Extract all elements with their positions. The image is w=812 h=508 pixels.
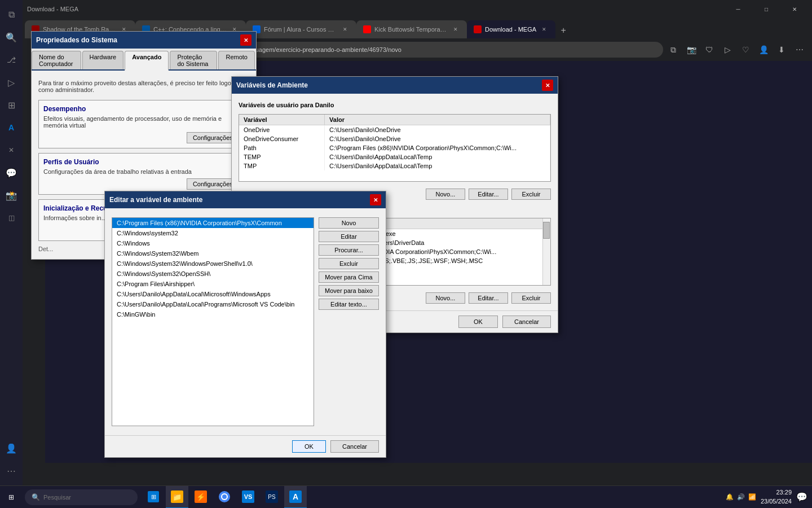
extensions-icon[interactable]: ⧉: [665, 42, 681, 58]
sidebar-icon-bottom1[interactable]: 👤: [1, 438, 21, 458]
tab-close-alura[interactable]: ✕: [341, 25, 350, 34]
user-var-row[interactable]: OneDriveC:\Users\Danilo\OneDrive: [239, 125, 550, 135]
path-list-item[interactable]: C:\MinGW\bin: [112, 309, 314, 319]
tab-close-mega[interactable]: ✕: [540, 25, 549, 34]
tab-youtube[interactable]: Kick Buttowski Temporada... ✕: [356, 20, 467, 38]
user-var-row[interactable]: TEMPC:\Users\Danilo\AppData\Local\Temp: [239, 152, 550, 161]
system-delete-button[interactable]: Excluir: [511, 292, 551, 304]
var-name: OneDrive: [239, 125, 325, 135]
sidebar-icon-explorer[interactable]: ⧉: [1, 5, 21, 25]
env-cancel-button[interactable]: Cancelar: [502, 316, 551, 328]
new-tab-button[interactable]: +: [555, 23, 571, 38]
tab-remote[interactable]: Remoto: [218, 51, 255, 69]
camera-icon[interactable]: 📷: [683, 42, 699, 58]
taskbar-app-chrome[interactable]: [213, 486, 236, 509]
path-browse-button[interactable]: Procurar...: [319, 244, 379, 256]
env-close-button[interactable]: ✕: [542, 80, 553, 91]
tray-icon-1: 🔔: [726, 493, 734, 501]
tab-label-alura: Fórum | Alura - Cursos onl...: [264, 26, 337, 33]
start-button[interactable]: ⊞: [0, 486, 23, 509]
var-name: Path: [239, 143, 325, 152]
system-props-tabs: Nome do Computador Hardware Avançado Pro…: [32, 49, 256, 71]
svg-text:PS: PS: [268, 494, 276, 500]
tab-computer-name[interactable]: Nome do Computador: [32, 51, 81, 69]
sidebar-icon-instagram[interactable]: 📸: [1, 185, 21, 205]
shield-icon[interactable]: 🛡: [701, 42, 717, 58]
path-delete-button[interactable]: Excluir: [319, 258, 379, 269]
sidebar-icon-search[interactable]: 🔍: [1, 27, 21, 47]
profile-icon[interactable]: 👤: [756, 42, 771, 58]
scrollbar[interactable]: [542, 218, 550, 285]
path-list-item[interactable]: C:\Users\Danilo\AppData\Local\Programs\M…: [112, 299, 314, 309]
edit-var-cancel-button[interactable]: Cancelar: [330, 440, 379, 453]
svg-point-8: [222, 494, 227, 499]
sidebar-icon-discord[interactable]: 💬: [1, 163, 21, 183]
user-var-row[interactable]: PathC:\Program Files (x86)\NVIDIA Corpor…: [239, 143, 550, 152]
download-icon[interactable]: ⬇: [774, 42, 789, 58]
sidebar-icon-alura[interactable]: A: [1, 117, 21, 138]
scrollbar-thumb[interactable]: [543, 222, 550, 239]
tab-mega[interactable]: Download - MEGA ✕: [467, 20, 555, 38]
tab-protection[interactable]: Proteção do Sistema: [170, 51, 217, 69]
edit-var-close-button[interactable]: ✕: [370, 194, 381, 205]
minimize-button[interactable]: ─: [725, 0, 751, 18]
clock: 23:29 23/05/2024: [761, 488, 792, 506]
tab-close-youtube[interactable]: ✕: [451, 25, 460, 34]
path-new-button[interactable]: Novo: [319, 217, 379, 229]
path-move-down-button[interactable]: Mover para baixo: [319, 285, 379, 296]
system-edit-button[interactable]: Editar...: [469, 292, 508, 304]
user-edit-button[interactable]: Editar...: [469, 189, 508, 200]
user-var-row[interactable]: TMPC:\Users\Danilo\AppData\Local\Temp: [239, 161, 550, 170]
tray-icon-3: 📶: [748, 493, 756, 501]
sidebar-icon-git[interactable]: ⎇: [1, 50, 21, 70]
taskbar-app-explorer[interactable]: 📁: [166, 486, 188, 509]
user-new-button[interactable]: Novo...: [426, 189, 465, 200]
path-list-item[interactable]: C:\Windows\System32\Wbem: [112, 248, 314, 259]
system-new-button[interactable]: Novo...: [426, 292, 465, 304]
tab-hardware[interactable]: Hardware: [82, 51, 124, 69]
search-input[interactable]: [43, 494, 131, 501]
env-ok-button[interactable]: OK: [458, 316, 498, 328]
admin-note: Para tirar o máximo proveito destas alte…: [38, 77, 249, 95]
svg-text:A: A: [293, 492, 298, 501]
taskbar-app-avast[interactable]: ⚡: [189, 486, 212, 509]
taskbar-app-alura[interactable]: A: [284, 486, 307, 509]
sidebar-icon-twitter[interactable]: ✕: [1, 140, 21, 160]
taskbar-app-vscode[interactable]: VS: [237, 486, 259, 509]
path-list-item[interactable]: C:\Windows\System32\OpenSSH\: [112, 269, 314, 279]
svg-text:⊞: ⊞: [151, 493, 156, 500]
close-button[interactable]: ✕: [782, 0, 807, 18]
maximize-button[interactable]: □: [753, 0, 779, 18]
user-delete-button[interactable]: Excluir: [511, 189, 551, 200]
path-list-item[interactable]: C:\Windows: [112, 238, 314, 248]
taskbar-app-powershell[interactable]: PS: [261, 486, 283, 509]
taskbar-search[interactable]: 🔍: [25, 489, 138, 505]
path-list-item[interactable]: C:\Windows\System32\WindowsPowerShell\v1…: [112, 259, 314, 269]
taskbar-app-taskmgr[interactable]: ⊞: [142, 486, 165, 509]
path-list-item[interactable]: C:\Program Files\Airshipper\: [112, 279, 314, 289]
perfis-title: Perfis de Usuário: [43, 158, 244, 166]
sidebar-icon-extensions[interactable]: ⊞: [1, 95, 21, 115]
window-controls: ─ □ ✕: [725, 0, 807, 18]
menu-icon[interactable]: ⋯: [792, 42, 807, 58]
sidebar-icon-unknown1[interactable]: ◫: [1, 208, 21, 228]
path-list-item[interactable]: C:\Users\Danilo\AppData\Local\Microsoft\…: [112, 289, 314, 299]
col-value: Valor: [325, 115, 550, 125]
desempenho-title: Desempenho: [43, 105, 244, 113]
system-props-close-button[interactable]: ✕: [240, 34, 251, 46]
path-edit-button[interactable]: Editar: [319, 231, 379, 242]
path-list-item[interactable]: C:\Program Files (x86)\NVIDIA Corporatio…: [112, 218, 314, 228]
edit-var-ok-button[interactable]: OK: [292, 440, 326, 453]
tab-alura[interactable]: Fórum | Alura - Cursos onl... ✕: [246, 20, 356, 38]
search-icon: 🔍: [32, 493, 40, 501]
notification-button[interactable]: 💬: [796, 492, 807, 502]
user-var-row[interactable]: OneDriveConsumerC:\Users\Danilo\OneDrive: [239, 134, 550, 143]
path-list-item[interactable]: C:\Windows\system32: [112, 228, 314, 238]
bookmark-icon[interactable]: ♡: [738, 42, 753, 58]
path-edit-text-button[interactable]: Editar texto...: [319, 299, 379, 310]
play-icon[interactable]: ▷: [720, 42, 735, 58]
sidebar-icon-debug[interactable]: ▷: [1, 72, 21, 93]
sidebar-icon-more[interactable]: ⋯: [1, 461, 21, 481]
tab-advanced[interactable]: Avançado: [125, 51, 169, 71]
path-move-up-button[interactable]: Mover para Cima: [319, 271, 379, 283]
